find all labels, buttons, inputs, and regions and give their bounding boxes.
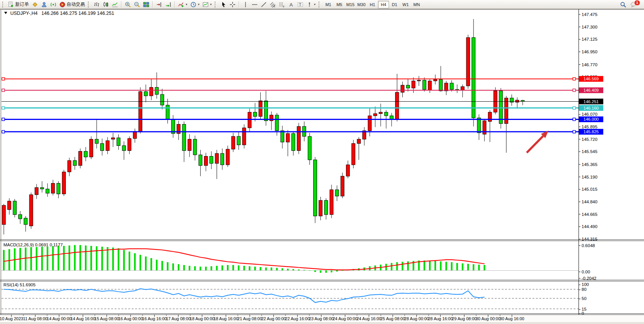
text-button[interactable]: A: [287, 0, 296, 9]
macd-histogram-bar: [265, 268, 267, 270]
hline-handle[interactable]: [2, 131, 5, 133]
toolbar-grip: [319, 2, 321, 8]
hline-handle[interactable]: [2, 107, 5, 109]
line-chart-button[interactable]: [110, 0, 120, 9]
svg-text:147.475: 147.475: [582, 12, 598, 17]
timeframe-w1-button[interactable]: W1: [400, 1, 411, 8]
svg-text:0.6048: 0.6048: [582, 243, 595, 248]
text-label-button[interactable]: T: [296, 0, 305, 9]
equidistant-channel-button[interactable]: E: [268, 0, 277, 9]
chevron-down-icon[interactable]: ▾: [210, 3, 212, 6]
svg-text:F: F: [283, 5, 285, 8]
fibonacci-button[interactable]: F: [277, 0, 287, 9]
hline-handle[interactable]: [573, 107, 575, 109]
templates-button[interactable]: ▾: [201, 0, 213, 9]
crosshair-icon: [230, 2, 236, 8]
macd-histogram-bar: [391, 263, 392, 270]
macd-histogram-bar: [260, 267, 261, 270]
auto-trading-button[interactable]: 自动交易: [58, 0, 86, 9]
notification-badge: 1: [634, 0, 640, 6]
chart-shift-button[interactable]: [155, 0, 164, 9]
chat-button[interactable]: 1: [630, 2, 637, 8]
toolbar-separator: [239, 1, 239, 8]
macd-histogram-bar: [25, 247, 26, 270]
macd-histogram-bar: [3, 250, 5, 271]
macd-histogram-bar: [80, 245, 81, 270]
time-label: 25 Aug 08:00: [380, 316, 405, 321]
autotrade-icon: [59, 2, 65, 8]
hline-handle[interactable]: [573, 131, 575, 133]
arrows-button[interactable]: ▾: [305, 0, 317, 9]
chevron-down-icon[interactable]: ▾: [314, 3, 316, 6]
time-label: 17 Aug 08:00: [166, 316, 191, 321]
macd-histogram-bar: [336, 270, 338, 271]
template-icon: [202, 2, 209, 8]
macd-histogram-bar: [57, 246, 59, 270]
tile-windows-button[interactable]: [142, 0, 151, 9]
svg-text:145.015: 145.015: [582, 187, 598, 192]
signals-button[interactable]: [49, 0, 58, 9]
timeframe-m5-button[interactable]: M5: [334, 1, 345, 8]
horizontal-line-button[interactable]: [250, 0, 259, 9]
cursor-button[interactable]: [219, 0, 228, 9]
macd-histogram-bar: [178, 264, 179, 270]
toolbar-grip: [2, 2, 5, 8]
toolbar-separator: [152, 1, 153, 8]
zoom-out-button[interactable]: [132, 0, 142, 9]
svg-text:147.125: 147.125: [582, 37, 598, 41]
arrows-icon: [306, 2, 312, 8]
bar-chart-button[interactable]: [92, 0, 101, 9]
hline-handle[interactable]: [573, 78, 575, 80]
timeframe-d1-button[interactable]: D1: [389, 1, 400, 8]
auto-scroll-button[interactable]: [164, 0, 173, 9]
hline-handle[interactable]: [2, 118, 5, 121]
search-button[interactable]: [620, 2, 626, 8]
hline-handle[interactable]: [2, 89, 5, 92]
timeframe-mn-button[interactable]: MN: [411, 1, 422, 8]
time-label: 28 Aug 00:00: [404, 316, 429, 321]
macd-histogram-bar: [210, 266, 212, 270]
crosshair-button[interactable]: [228, 0, 237, 9]
market-watch-button[interactable]: [30, 0, 40, 9]
chevron-down-icon[interactable]: ▾: [186, 3, 187, 6]
macd-histogram-bar: [172, 263, 174, 270]
timeframe-m1-button[interactable]: M1: [323, 1, 334, 8]
time-label: 30 Aug 16:00: [500, 316, 524, 321]
macd-histogram-bar: [484, 265, 485, 270]
time-label: 30 Aug 00:00: [476, 316, 501, 321]
tile-icon: [143, 2, 149, 8]
hline-handle[interactable]: [573, 118, 575, 121]
timeframe-m15-button[interactable]: M15: [345, 1, 356, 8]
candles-icon: [103, 2, 109, 8]
linechart-icon: [112, 2, 118, 8]
timeframe-h4-button[interactable]: H4: [378, 1, 389, 8]
macd-label: MACD(12,26,9) 0.0691 0.1177: [3, 243, 63, 247]
svg-text:145.825: 145.825: [583, 129, 599, 134]
svg-text:146.070: 146.070: [582, 112, 598, 117]
svg-text:144.665: 144.665: [582, 212, 598, 217]
cube-icon: [32, 2, 38, 8]
data-window-button[interactable]: [40, 0, 49, 9]
trendline-button[interactable]: [259, 0, 268, 9]
macd-histogram-bar: [271, 268, 272, 270]
macd-histogram-bar: [456, 263, 458, 270]
svg-text:146.409: 146.409: [583, 88, 599, 93]
macd-histogram-bar: [276, 268, 277, 270]
hline-handle[interactable]: [2, 78, 5, 80]
macd-histogram-bar: [161, 261, 163, 270]
timeframe-h1-button[interactable]: H1: [367, 1, 378, 8]
svg-text:146.251: 146.251: [583, 99, 599, 104]
hline-handle[interactable]: [573, 89, 575, 92]
time-label: 29 Aug 08:00: [452, 316, 477, 321]
macd-histogram-bar: [118, 248, 119, 270]
vertical-line-button[interactable]: [241, 0, 250, 9]
periods-button[interactable]: ▾: [189, 0, 201, 9]
chevron-down-icon[interactable]: ▾: [198, 3, 199, 6]
candlestick-chart-button[interactable]: [101, 0, 110, 9]
timeframe-m30-button[interactable]: M30: [356, 1, 367, 8]
signal-icon: [50, 2, 56, 8]
svg-text:80: 80: [582, 287, 587, 292]
indicators-button[interactable]: ▾: [177, 0, 189, 9]
new-order-button[interactable]: 新订单: [6, 0, 30, 9]
zoom-in-button[interactable]: [123, 0, 132, 9]
